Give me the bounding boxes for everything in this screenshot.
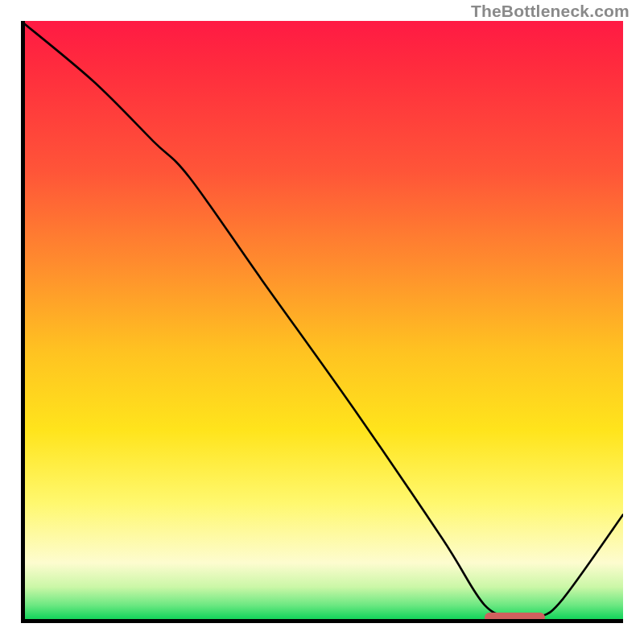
optimal-range-marker bbox=[485, 613, 545, 622]
attribution-text: TheBottleneck.com bbox=[471, 2, 630, 21]
chart-plot-area bbox=[21, 21, 623, 623]
chart-background-gradient bbox=[21, 21, 623, 623]
